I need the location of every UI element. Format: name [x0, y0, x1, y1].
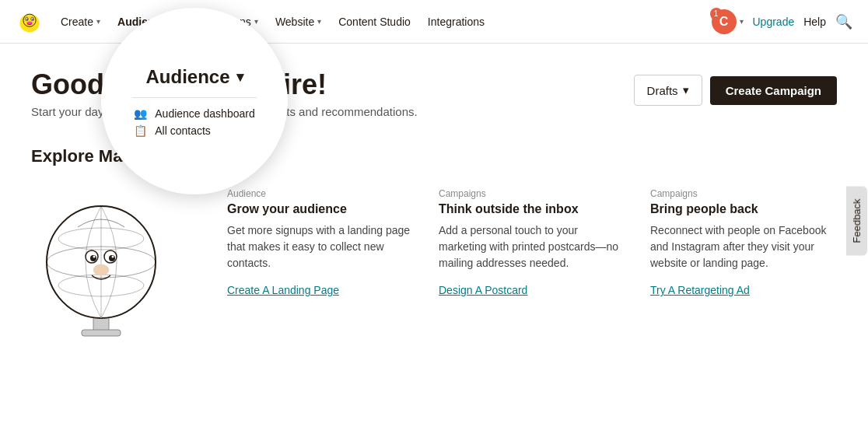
- audience-dashboard-icon: 👥: [134, 107, 147, 120]
- chevron-down-icon: ▾: [683, 83, 689, 97]
- chevron-down-icon: ▾: [236, 68, 243, 86]
- audience-dropdown-item-dashboard[interactable]: 👥 Audience dashboard: [134, 107, 254, 120]
- divider: [132, 97, 257, 98]
- all-contacts-icon: 📋: [134, 124, 147, 137]
- create-landing-page-link[interactable]: Create A Landing Page: [227, 284, 414, 296]
- card-title-campaigns-2: Bring people back: [650, 202, 837, 216]
- drafts-button[interactable]: Drafts ▾: [634, 75, 702, 106]
- svg-point-19: [93, 256, 96, 258]
- nav-right: C 1 ▾ Upgrade Help 🔍: [712, 9, 853, 34]
- card-desc-campaigns-1: Add a personal touch to your marketing w…: [439, 222, 625, 271]
- explore-card-audience: Audience Grow your audience Get more sig…: [227, 188, 414, 296]
- upgrade-button[interactable]: Upgrade: [753, 16, 795, 28]
- card-category-audience: Audience: [227, 188, 414, 199]
- chevron-down-icon: ▾: [317, 17, 321, 26]
- mailchimp-logo[interactable]: [16, 8, 44, 36]
- explore-grid: Audience Grow your audience Get more sig…: [31, 188, 837, 347]
- svg-point-7: [26, 21, 32, 25]
- audience-dropdown-item-contacts[interactable]: 📋 All contacts: [134, 124, 254, 137]
- nav-content-studio[interactable]: Content Studio: [331, 11, 418, 33]
- notification-avatar-area[interactable]: C 1 ▾: [712, 9, 744, 34]
- svg-point-6: [32, 18, 33, 19]
- audience-dropdown: Audience ▾ 👥 Audience dashboard 📋 All co…: [101, 8, 288, 194]
- nav-integrations[interactable]: Integrations: [420, 11, 492, 33]
- audience-dropdown-items: 👥 Audience dashboard 📋 All contacts: [134, 107, 254, 137]
- audience-dropdown-label[interactable]: Audience ▾: [145, 66, 243, 88]
- header-actions: Drafts ▾ Create Campaign: [634, 75, 837, 106]
- nav-create[interactable]: Create ▾: [53, 11, 108, 33]
- avatar-chevron-icon: ▾: [740, 17, 744, 26]
- svg-point-5: [26, 18, 28, 19]
- design-postcard-link[interactable]: Design A Postcard: [439, 284, 625, 296]
- explore-card-campaigns-1: Campaigns Think outside the inbox Add a …: [439, 188, 625, 296]
- card-desc-campaigns-2: Reconnect with people on Facebook and In…: [650, 222, 837, 271]
- notification-badge: 1: [710, 8, 723, 20]
- globe-illustration: [31, 188, 202, 347]
- card-title-campaigns-1: Think outside the inbox: [439, 202, 625, 216]
- create-campaign-button[interactable]: Create Campaign: [710, 76, 837, 105]
- chevron-down-icon: ▾: [96, 17, 100, 26]
- feedback-tab[interactable]: Feedback: [846, 186, 867, 255]
- card-desc-audience: Get more signups with a landing page tha…: [227, 222, 414, 271]
- chevron-down-icon: ▾: [254, 17, 258, 26]
- svg-point-20: [112, 256, 114, 258]
- try-retargeting-link[interactable]: Try A Retargeting Ad: [650, 284, 837, 296]
- explore-card-campaigns-2: Campaigns Bring people back Reconnect wi…: [650, 188, 837, 296]
- card-category-campaigns-1: Campaigns: [439, 188, 625, 199]
- help-link[interactable]: Help: [803, 16, 826, 28]
- search-icon[interactable]: 🔍: [835, 13, 852, 30]
- svg-point-21: [93, 264, 109, 275]
- card-category-campaigns-2: Campaigns: [650, 188, 837, 199]
- svg-rect-9: [82, 330, 121, 336]
- nav-website[interactable]: Website ▾: [268, 11, 329, 33]
- card-title-audience: Grow your audience: [227, 202, 414, 216]
